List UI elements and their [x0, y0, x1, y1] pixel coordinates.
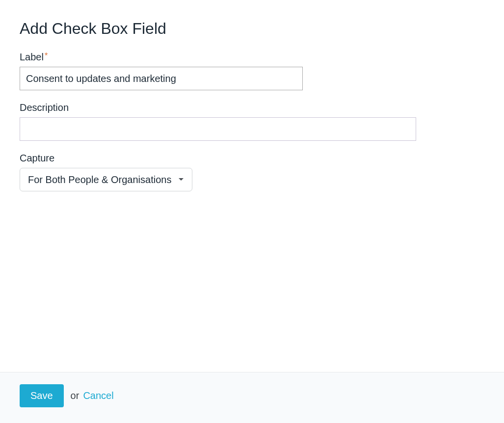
description-input[interactable] — [20, 117, 416, 141]
label-field-group: Label* — [20, 52, 484, 90]
cancel-link[interactable]: Cancel — [83, 390, 113, 401]
form-content: Add Check Box Field Label* Description C… — [0, 0, 504, 372]
capture-select-value: For Both People & Organisations — [28, 174, 171, 185]
capture-select-wrap: For Both People & Organisations — [20, 168, 192, 191]
or-text: or — [71, 390, 80, 401]
capture-field-group: Capture For Both People & Organisations — [20, 153, 484, 191]
label-input[interactable] — [20, 67, 303, 90]
capture-field-label: Capture — [20, 153, 484, 164]
description-field-label: Description — [20, 102, 484, 113]
save-button[interactable]: Save — [20, 384, 64, 407]
capture-select[interactable]: For Both People & Organisations — [20, 168, 192, 191]
required-asterisk: * — [45, 52, 48, 60]
label-field-label: Label* — [20, 52, 484, 63]
description-field-group: Description — [20, 102, 484, 141]
page-title: Add Check Box Field — [20, 20, 484, 38]
form-footer: Save or Cancel — [0, 372, 504, 423]
chevron-down-icon — [178, 178, 184, 182]
label-field-label-text: Label — [20, 52, 44, 62]
